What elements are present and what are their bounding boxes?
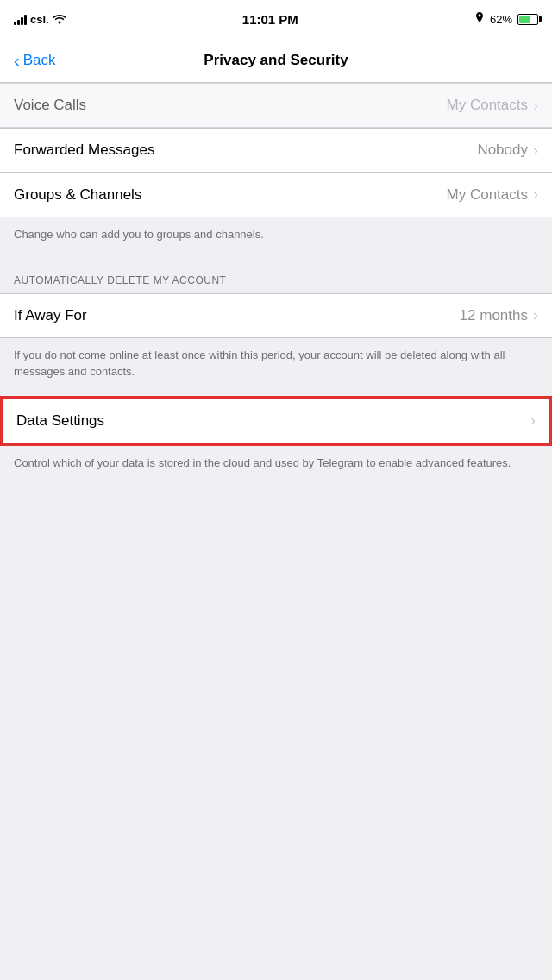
if-away-for-value: 12 months (460, 307, 528, 324)
battery-percent: 62% (490, 13, 512, 26)
voice-calls-label: Voice Calls (14, 97, 86, 114)
carrier-label: csl. (30, 13, 49, 26)
back-label: Back (23, 52, 56, 69)
status-left: csl. (14, 12, 66, 27)
forwarded-messages-label: Forwarded Messages (14, 141, 154, 159)
forwarded-messages-value: Nobody (477, 141, 528, 159)
if-away-for-row[interactable]: If Away For 12 months › (0, 293, 552, 338)
battery-icon (518, 14, 538, 25)
back-button[interactable]: ‹ Back (14, 52, 55, 69)
status-right: 62% (474, 12, 538, 27)
groups-channels-footer: Change who can add you to groups and cha… (0, 217, 552, 259)
groups-channels-label: Groups & Channels (14, 186, 141, 204)
data-settings-value-container: › (530, 411, 536, 430)
wifi-icon (53, 12, 66, 27)
page-title: Privacy and Security (204, 52, 348, 69)
voice-calls-value-container: My Contacts › (447, 97, 538, 115)
voice-calls-value: My Contacts (447, 97, 528, 114)
groups-channels-chevron-icon: › (533, 185, 538, 204)
forwarded-messages-row[interactable]: Forwarded Messages Nobody › (0, 128, 552, 173)
status-bar: csl. 11:01 PM 62% (0, 0, 552, 38)
forwarded-messages-value-container: Nobody › (477, 141, 538, 160)
location-icon (474, 12, 485, 27)
voice-calls-row[interactable]: Voice Calls My Contacts › (0, 83, 552, 128)
if-away-footer: If you do not come online at least once … (0, 338, 552, 396)
groups-channels-value-container: My Contacts › (447, 185, 538, 204)
data-settings-footer: Control which of your data is stored in … (0, 446, 552, 487)
if-away-for-value-container: 12 months › (460, 306, 538, 324)
back-chevron-icon: ‹ (14, 52, 20, 69)
data-settings-chevron-icon: › (530, 411, 536, 430)
groups-channels-value: My Contacts (447, 186, 528, 204)
signal-bars (14, 13, 27, 25)
voice-calls-chevron-icon: › (533, 97, 538, 115)
forwarded-messages-chevron-icon: › (533, 141, 538, 160)
auto-delete-header: AUTOMATICALLY DELETE MY ACCOUNT (0, 259, 552, 293)
groups-channels-row[interactable]: Groups & Channels My Contacts › (0, 173, 552, 217)
time-display: 11:01 PM (242, 12, 298, 27)
nav-bar: ‹ Back Privacy and Security (0, 38, 552, 83)
if-away-for-label: If Away For (14, 307, 87, 324)
data-settings-label: Data Settings (16, 412, 104, 430)
if-away-for-chevron-icon: › (533, 306, 538, 324)
data-settings-row[interactable]: Data Settings › (0, 396, 552, 446)
